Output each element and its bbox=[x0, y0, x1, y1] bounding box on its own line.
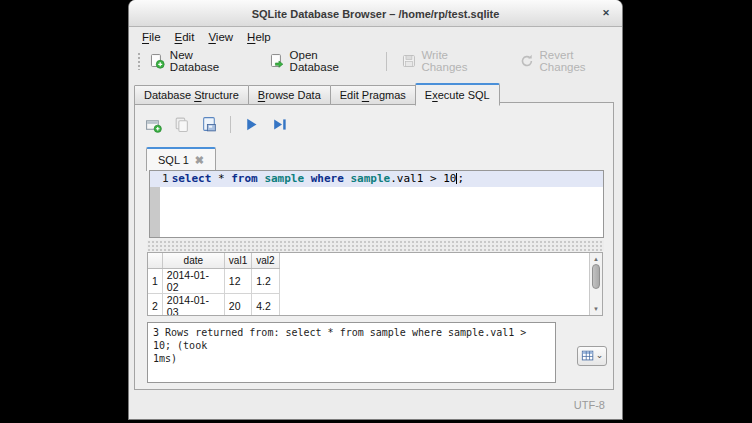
gutter-caret-highlight bbox=[150, 171, 160, 187]
column-header-val2[interactable]: val2 bbox=[252, 253, 279, 268]
scrollbar-thumb[interactable] bbox=[592, 264, 600, 289]
open-database-button[interactable]: Open Database bbox=[269, 49, 370, 73]
table-view-icon bbox=[581, 349, 595, 363]
execute-sql-icon[interactable] bbox=[243, 116, 260, 133]
date-cell[interactable]: 2014-01-03 bbox=[162, 293, 224, 316]
tab-database-structure[interactable]: Database Structure bbox=[134, 85, 249, 105]
row-number-cell[interactable]: 1 bbox=[148, 268, 162, 293]
write-changes-button: Write Changes bbox=[401, 49, 497, 73]
menu-view[interactable]: View bbox=[208, 31, 233, 43]
column-header-val1[interactable]: val1 bbox=[224, 253, 251, 268]
query-status-message[interactable]: 3 Rows returned from: select * from samp… bbox=[147, 322, 556, 383]
main-toolbar: New Database Open Database Write Changes bbox=[129, 47, 622, 75]
execute-current-line-icon[interactable] bbox=[271, 116, 288, 133]
sql-tab-label: SQL 1 bbox=[158, 154, 189, 166]
open-database-icon bbox=[269, 53, 285, 69]
date-cell[interactable]: 2014-01-02 bbox=[162, 268, 224, 293]
scroll-up-icon[interactable]: ▲ bbox=[590, 254, 602, 264]
revert-changes-button: Revert Changes bbox=[519, 49, 622, 73]
app-window: SQLite Database Browser – /home/rp/test.… bbox=[128, 0, 623, 420]
splitter-handle[interactable] bbox=[147, 240, 604, 251]
results-header-row: date val1 val2 bbox=[148, 253, 279, 268]
window-title: SQLite Database Browser – /home/rp/test.… bbox=[252, 8, 500, 20]
tab-execute-sql[interactable]: Execute SQL bbox=[415, 83, 500, 106]
val2-cell[interactable]: 1.2 bbox=[252, 268, 279, 293]
code-line[interactable]: 1select * from sample where sample.val1 … bbox=[160, 171, 603, 187]
menubar: File Edit View Help bbox=[129, 28, 622, 46]
results-view-button[interactable]: ⌄ bbox=[577, 346, 607, 366]
val2-cell[interactable]: 4.2 bbox=[252, 293, 279, 316]
sql-editor[interactable]: 1select * from sample where sample.val1 … bbox=[149, 170, 604, 238]
row-number-header[interactable] bbox=[148, 253, 162, 268]
tab-edit-pragmas[interactable]: Edit Pragmas bbox=[330, 85, 416, 105]
statusbar: UTF-8 bbox=[129, 389, 622, 419]
sql-toolbar-separator bbox=[230, 116, 231, 133]
sql-editor-tab[interactable]: SQL 1 ✖ bbox=[146, 147, 216, 171]
save-sql-file-icon[interactable] bbox=[201, 116, 218, 133]
sql-toolbar bbox=[145, 114, 288, 134]
encoding-label: UTF-8 bbox=[574, 399, 605, 411]
val1-cell[interactable]: 12 bbox=[224, 268, 251, 293]
val1-cell[interactable]: 20 bbox=[224, 293, 251, 316]
revert-changes-icon bbox=[519, 53, 535, 69]
row-number-cell[interactable]: 2 bbox=[148, 293, 162, 316]
vertical-scrollbar[interactable]: ▲ ▼ bbox=[589, 253, 602, 315]
toolbar-drag-handle[interactable] bbox=[137, 52, 141, 70]
write-changes-icon bbox=[401, 53, 417, 69]
menu-help[interactable]: Help bbox=[247, 31, 271, 43]
close-icon[interactable]: ✕ bbox=[599, 6, 613, 20]
menu-file[interactable]: File bbox=[142, 31, 161, 43]
menu-edit[interactable]: Edit bbox=[175, 31, 195, 43]
tab-browse-data[interactable]: Browse Data bbox=[248, 85, 331, 105]
toolbar-separator bbox=[386, 52, 387, 71]
results-table: date val1 val2 1 2014-01-02 12 1.2 2 201… bbox=[148, 253, 280, 316]
results-grid: date val1 val2 1 2014-01-02 12 1.2 2 201… bbox=[147, 252, 603, 316]
new-sql-tab-icon[interactable] bbox=[145, 116, 162, 133]
table-row[interactable]: 2 2014-01-03 20 4.2 bbox=[148, 293, 279, 316]
sql-tab-close-icon[interactable]: ✖ bbox=[195, 155, 204, 165]
new-database-icon bbox=[149, 53, 165, 69]
line-number: 1 bbox=[160, 171, 172, 187]
scroll-down-icon[interactable]: ▼ bbox=[590, 304, 602, 314]
titlebar[interactable]: SQLite Database Browser – /home/rp/test.… bbox=[129, 0, 622, 27]
new-database-button[interactable]: New Database bbox=[149, 49, 245, 73]
table-row[interactable]: 1 2014-01-02 12 1.2 bbox=[148, 268, 279, 293]
main-tabbar: Database Structure Browse Data Edit Prag… bbox=[134, 83, 499, 105]
column-header-date[interactable]: date bbox=[162, 253, 224, 268]
chevron-down-icon: ⌄ bbox=[596, 351, 604, 359]
copy-disabled-icon bbox=[173, 116, 190, 133]
